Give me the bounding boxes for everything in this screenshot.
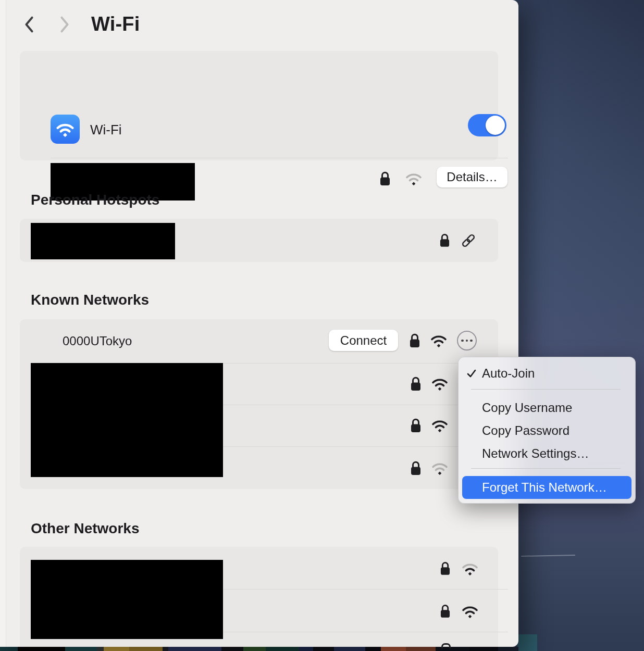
wifi-signal-strong-icon xyxy=(461,604,479,619)
menu-item-label: Auto-Join xyxy=(482,366,535,381)
dock-strip xyxy=(0,647,518,651)
lock-icon xyxy=(440,561,450,576)
lock-icon xyxy=(440,233,450,248)
system-settings-window: Wi-Fi Wi-Fi Details… Personal Hotspots xyxy=(0,0,518,647)
section-heading-personal-hotspots: Personal Hotspots xyxy=(31,192,159,208)
menu-item-label: Network Settings… xyxy=(482,446,589,461)
wifi-app-icon xyxy=(51,115,80,144)
known-networks-card: 0000UTokyo xyxy=(20,319,498,489)
wifi-signal-medium-icon xyxy=(461,561,479,576)
menu-item-copy-username[interactable]: Copy Username xyxy=(458,397,636,418)
ellipsis-icon xyxy=(461,340,464,342)
wifi-toggle-card: Wi-Fi Details… xyxy=(20,51,498,160)
chevron-left-icon xyxy=(24,16,34,33)
sidebar-edge xyxy=(0,0,6,647)
lock-icon xyxy=(380,171,390,186)
wifi-signal-strong-icon xyxy=(431,418,449,433)
personal-hotspots-card xyxy=(20,219,498,262)
lock-icon xyxy=(440,604,450,619)
wifi-signal-weak-icon xyxy=(405,171,423,186)
link-icon xyxy=(461,233,476,248)
wifi-signal-strong-icon xyxy=(431,377,449,391)
menu-item-label: Copy Username xyxy=(482,400,572,415)
separator xyxy=(51,158,508,158)
menu-item-auto-join[interactable]: Auto-Join xyxy=(458,363,636,384)
wifi-signal-weak-icon xyxy=(431,461,449,475)
menu-item-forget-network[interactable]: Forget This Network… xyxy=(462,476,631,499)
redacted-network-names xyxy=(31,560,223,639)
section-heading-known-networks: Known Networks xyxy=(31,292,149,308)
wifi-toggle[interactable] xyxy=(468,114,506,136)
network-name: 0000UTokyo xyxy=(63,334,132,348)
checkmark-icon xyxy=(466,368,477,379)
lock-icon xyxy=(411,460,421,476)
other-networks-card xyxy=(20,547,498,647)
wifi-label: Wi-Fi xyxy=(90,122,122,138)
menu-item-label: Forget This Network… xyxy=(482,480,607,495)
forward-button[interactable] xyxy=(57,15,72,34)
details-button[interactable]: Details… xyxy=(437,167,507,187)
menu-item-label: Copy Password xyxy=(482,423,569,438)
menu-separator xyxy=(471,389,621,390)
toggle-knob xyxy=(486,116,505,135)
wifi-signal-strong-icon xyxy=(430,333,448,348)
connect-button[interactable]: Connect xyxy=(329,330,398,351)
back-button[interactable] xyxy=(22,15,36,34)
menu-separator xyxy=(471,468,621,469)
redacted-network-names xyxy=(31,363,223,477)
lock-icon xyxy=(410,333,420,348)
wallpaper-teal-patch xyxy=(517,634,537,651)
redacted-network-name xyxy=(31,223,175,259)
menu-item-copy-password[interactable]: Copy Password xyxy=(458,420,636,441)
lock-icon xyxy=(411,418,421,433)
page-title: Wi-Fi xyxy=(91,13,140,35)
lock-icon-partial xyxy=(441,643,451,648)
section-heading-other-networks: Other Networks xyxy=(31,520,140,537)
more-options-button[interactable] xyxy=(457,331,477,350)
chevron-right-icon xyxy=(59,16,70,33)
menu-item-network-settings[interactable]: Network Settings… xyxy=(458,443,636,464)
lock-icon xyxy=(411,376,421,392)
